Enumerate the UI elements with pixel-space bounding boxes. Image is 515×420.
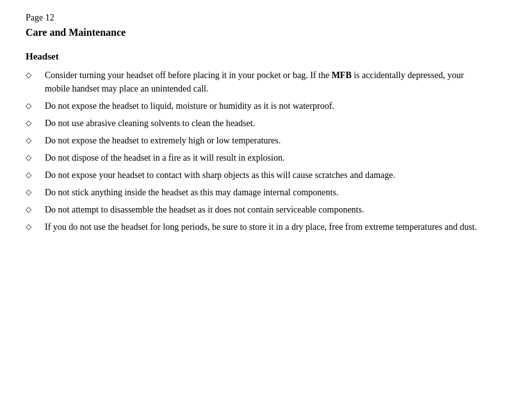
bullet-text: Do not use abrasive cleaning solvents to…: [45, 117, 489, 130]
bullet-text: Do not attempt to disassemble the headse…: [45, 203, 489, 216]
diamond-icon: [26, 186, 45, 198]
diamond-icon: [26, 99, 45, 111]
bullet-text: If you do not use the headset for long p…: [45, 220, 489, 234]
diamond-icon: [26, 151, 45, 163]
diamond-icon: [26, 134, 45, 146]
diamond-icon: [26, 117, 45, 129]
bullet-text: Do not expose your headset to contact wi…: [45, 168, 489, 182]
headset-heading: Headset: [26, 51, 489, 62]
page-number: Page 12: [26, 13, 489, 23]
list-item: Consider turning your headset off before…: [26, 69, 489, 95]
list-item: Do not expose the headset to extremely h…: [26, 134, 489, 147]
diamond-icon: [26, 69, 45, 81]
bullet-list: Consider turning your headset off before…: [26, 69, 489, 234]
list-item: Do not dispose of the headset in a fire …: [26, 151, 489, 165]
diamond-icon: [26, 168, 45, 181]
bullet-text: Consider turning your headset off before…: [45, 69, 489, 95]
bullet-text: Do not stick anything inside the headset…: [45, 186, 489, 199]
list-item: Do not use abrasive cleaning solvents to…: [26, 117, 489, 130]
diamond-icon: [26, 203, 45, 215]
headset-section: Headset Consider turning your headset of…: [26, 51, 489, 234]
list-item: Do not expose the headset to liquid, moi…: [26, 99, 489, 113]
page-title: Care and Maintenance: [26, 27, 489, 38]
list-item: Do not expose your headset to contact wi…: [26, 168, 489, 182]
bullet-text: Do not dispose of the headset in a fire …: [45, 151, 489, 165]
bullet-text: Do not expose the headset to extremely h…: [45, 134, 489, 147]
bullet-text: Do not expose the headset to liquid, moi…: [45, 99, 489, 113]
diamond-icon: [26, 220, 45, 232]
list-item: Do not attempt to disassemble the headse…: [26, 203, 489, 216]
mfb-label: MFB: [332, 70, 352, 80]
list-item: If you do not use the headset for long p…: [26, 220, 489, 234]
list-item: Do not stick anything inside the headset…: [26, 186, 489, 199]
